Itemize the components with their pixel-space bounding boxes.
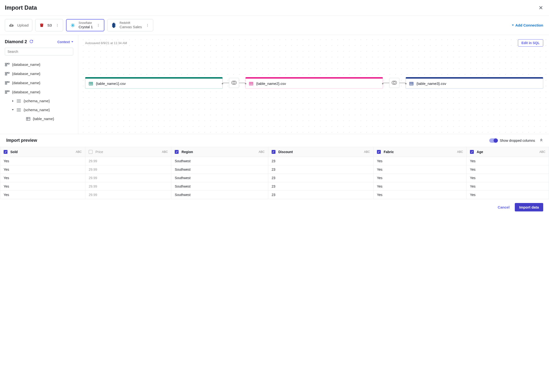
join-node-1[interactable] <box>229 78 239 88</box>
s3-chip[interactable]: S3 ⋮ <box>35 19 63 31</box>
main-area: Diamond 2 Context {database_name} {datab… <box>0 35 549 134</box>
flow: {table_name1}.csv {table_name2}.csv <box>85 77 543 89</box>
table-cell: Yes <box>0 191 85 199</box>
join-icon <box>231 80 237 86</box>
redshift-icon <box>111 22 117 28</box>
column-name: Region <box>181 150 193 154</box>
tree: {database_name} {database_name} {databas… <box>5 60 73 123</box>
column-checkbox[interactable]: ✓ <box>272 150 275 154</box>
table-cell: 23 <box>268 157 373 165</box>
tree-label: {schema_name} <box>24 99 50 103</box>
kebab-icon[interactable]: ⋮ <box>146 23 150 27</box>
footer: Cancel Import data <box>0 199 549 215</box>
table-cell: 29.99 <box>85 174 171 182</box>
upload-chip[interactable]: Upload <box>5 19 32 31</box>
tree-schema[interactable]: {schema_name} <box>5 105 73 114</box>
column-header[interactable]: ✓SoldABC <box>0 147 85 157</box>
redshift-chip[interactable]: Redshift Canvas Sales ⋮ <box>107 19 153 31</box>
column-name: Sold <box>10 150 18 154</box>
flow-node-1[interactable]: {table_name1}.csv <box>85 77 223 89</box>
kebab-icon[interactable]: ⋮ <box>97 23 100 27</box>
connector-line <box>223 83 229 83</box>
flow-node-3[interactable]: {table_name3}.csv <box>406 77 543 89</box>
column-type-badge: ABC <box>457 150 463 154</box>
table-row: Yes29.99Southwest23YesYes <box>0 182 549 191</box>
column-checkbox[interactable]: ✓ <box>4 150 7 154</box>
tree-table[interactable]: {table_name} <box>5 114 73 123</box>
context-dropdown[interactable]: Context <box>57 40 73 44</box>
column-header[interactable]: ✓AgeABC <box>466 147 549 157</box>
flow-node-label: {table_name1}.csv <box>96 82 125 86</box>
preview-controls: Show dropped columns <box>489 138 543 143</box>
connector-line <box>239 83 245 83</box>
column-checkbox[interactable]: ✓ <box>175 150 179 154</box>
column-type-badge: ABC <box>539 150 545 154</box>
preview-table-wrap[interactable]: ✓SoldABCPriceABC✓RegionABC✓DiscountABC✓F… <box>0 147 549 199</box>
table-cell: Southwest <box>171 174 268 182</box>
connector-dot <box>382 83 383 84</box>
flow-node-2[interactable]: {table_name2}.csv <box>245 77 383 89</box>
tree-database[interactable]: {database_name} <box>5 69 73 78</box>
table-cell: Yes <box>0 182 85 191</box>
column-checkbox[interactable]: ✓ <box>470 150 474 154</box>
source-chips: Upload S3 ⋮ Snowflake Crystal 1 ⋮ R <box>5 19 153 31</box>
show-dropped-toggle[interactable] <box>489 138 497 143</box>
column-type-badge: ABC <box>162 150 168 154</box>
source-bar: Upload S3 ⋮ Snowflake Crystal 1 ⋮ R <box>0 16 549 35</box>
join-node-2[interactable] <box>389 78 399 88</box>
snowflake-chip[interactable]: Snowflake Crystal 1 ⋮ <box>66 19 104 31</box>
search-input[interactable] <box>5 48 73 56</box>
flow-node-label: {table_name2}.csv <box>256 82 286 86</box>
canvas[interactable]: Autosaved 8/9/21 at 11:34 AM Edit in SQL… <box>78 35 549 134</box>
column-checkbox[interactable] <box>89 150 92 154</box>
add-connection-link[interactable]: Add Connection <box>512 23 543 27</box>
caret-down-icon <box>512 25 514 26</box>
schema-icon <box>16 108 21 112</box>
header: Import Data ✕ <box>0 0 549 16</box>
table-cell: 29.99 <box>85 157 171 165</box>
tree-database[interactable]: {database_name} <box>5 78 73 87</box>
table-cell: Yes <box>373 174 466 182</box>
s3-icon <box>39 22 45 28</box>
cloud-upload-icon <box>8 22 14 28</box>
tree-database[interactable]: {database_name} <box>5 87 73 97</box>
s3-label: S3 <box>48 23 52 27</box>
table-cell: 23 <box>268 182 373 191</box>
autosave-text: Autosaved 8/9/21 at 11:34 AM <box>85 41 127 45</box>
sidebar-top: Diamond 2 Context <box>5 39 73 44</box>
toggle-label: Show dropped columns <box>500 139 535 142</box>
table-cell: 29.99 <box>85 165 171 174</box>
table-icon <box>89 82 93 86</box>
table-cell: 23 <box>268 191 373 199</box>
table-cell: Yes <box>373 157 466 165</box>
edit-sql-button[interactable]: Edit in SQL <box>518 39 543 47</box>
column-header[interactable]: ✓FabricABC <box>373 147 466 157</box>
svg-rect-3 <box>89 82 93 85</box>
tree-schema[interactable]: {schema_name} <box>5 97 73 105</box>
close-icon: ✕ <box>539 5 543 11</box>
collapse-icon[interactable] <box>539 138 543 143</box>
database-icon <box>5 81 10 85</box>
column-checkbox[interactable]: ✓ <box>377 150 381 154</box>
column-header[interactable]: ✓DiscountABC <box>268 147 373 157</box>
table-row: Yes29.99Southwest23YesYes <box>0 174 549 182</box>
table-cell: Southwest <box>171 157 268 165</box>
tree-label: {table_name} <box>33 117 54 121</box>
refresh-icon[interactable] <box>29 40 33 44</box>
cancel-button[interactable]: Cancel <box>498 205 509 209</box>
table-icon <box>409 82 414 86</box>
close-button[interactable]: ✕ <box>538 5 543 10</box>
tree-database[interactable]: {database_name} <box>5 60 73 69</box>
sidebar-title: Diamond 2 <box>5 39 27 44</box>
table-cell: Yes <box>0 174 85 182</box>
page-title: Import Data <box>5 4 37 11</box>
svg-rect-2 <box>27 117 30 120</box>
redshift-top-label: Redshift <box>119 21 142 25</box>
table-cell: Yes <box>466 174 549 182</box>
import-data-button[interactable]: Import data <box>515 203 543 211</box>
table-cell: Yes <box>373 191 466 199</box>
table-cell: Yes <box>466 157 549 165</box>
column-header[interactable]: PriceABC <box>85 147 171 157</box>
column-header[interactable]: ✓RegionABC <box>171 147 268 157</box>
kebab-icon[interactable]: ⋮ <box>56 23 60 27</box>
